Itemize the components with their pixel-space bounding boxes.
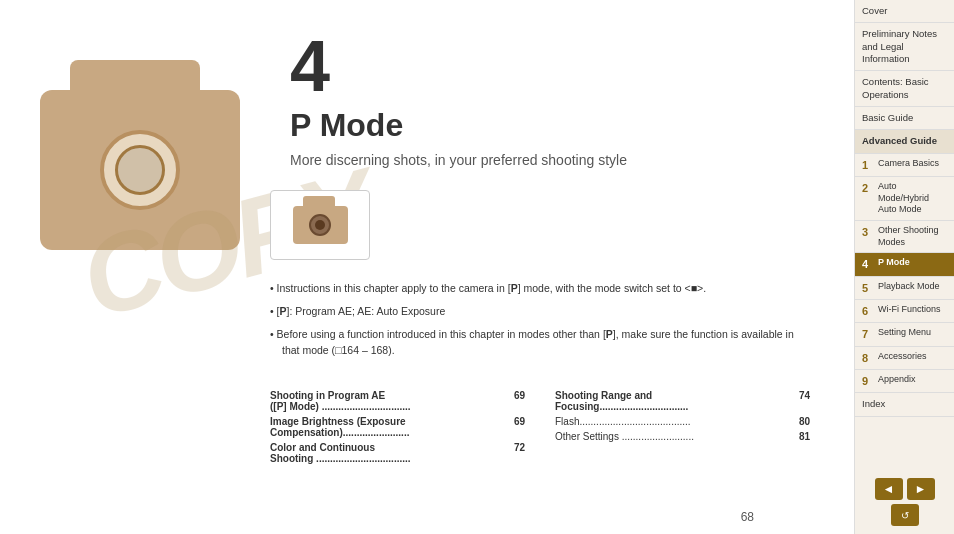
bullet-2: [P]: Program AE; AE: Auto Exposure — [270, 303, 810, 320]
page-number: 68 — [741, 510, 754, 524]
sidebar-item-auto-mode[interactable]: 2 Auto Mode/Hybrid Auto Mode — [855, 177, 954, 221]
sidebar-item-p-mode[interactable]: 4 P Mode — [855, 253, 954, 276]
prev-button[interactable]: ◄ — [875, 478, 903, 500]
chapter-title: P Mode — [290, 107, 824, 144]
toc-title-1: Shooting in Program AE([P] Mode) .......… — [270, 390, 510, 412]
arrow-row: ◄ ► — [875, 478, 935, 500]
nav-arrows: ◄ ► ↺ — [855, 470, 954, 534]
toc-entry-2[interactable]: Image Brightness (ExposureCompensation).… — [270, 416, 525, 438]
toc-title-3: Color and ContinuousShooting ...........… — [270, 442, 510, 464]
toc-page-3: 72 — [514, 442, 525, 464]
camera-lens-inner — [115, 145, 165, 195]
bullet-1: Instructions in this chapter apply to th… — [270, 280, 810, 297]
toc-entry-3[interactable]: Color and ContinuousShooting ...........… — [270, 442, 525, 464]
toc-page-6: 81 — [799, 431, 810, 442]
toc-title-4: Shooting Range andFocusing..............… — [555, 390, 795, 412]
cam-small-lens — [309, 214, 331, 236]
sidebar: Cover Preliminary Notes and Legal Inform… — [854, 0, 954, 534]
sidebar-item-accessories[interactable]: 8 Accessories — [855, 347, 954, 370]
toc-page-1: 69 — [514, 390, 525, 412]
bullet-section: Instructions in this chapter apply to th… — [270, 280, 810, 365]
camera-icon-small — [270, 190, 370, 260]
sidebar-item-index[interactable]: Index — [855, 393, 954, 416]
sidebar-item-contents-basic[interactable]: Contents: Basic Operations — [855, 71, 954, 107]
sidebar-item-advanced-guide[interactable]: Advanced Guide — [855, 130, 954, 153]
sidebar-item-wi-fi[interactable]: 6 Wi-Fi Functions — [855, 300, 954, 323]
camera-illustration — [30, 60, 250, 280]
sidebar-item-cover[interactable]: Cover — [855, 0, 954, 23]
toc-entry-4[interactable]: Shooting Range andFocusing..............… — [555, 390, 810, 412]
toc-page-5: 80 — [799, 416, 810, 427]
toc-right: Shooting Range andFocusing..............… — [555, 390, 810, 464]
toc-left: Shooting in Program AE([P] Mode) .......… — [270, 390, 525, 464]
sidebar-item-setting-menu[interactable]: 7 Setting Menu — [855, 323, 954, 346]
toc-section: Shooting in Program AE([P] Mode) .......… — [270, 390, 810, 464]
sidebar-item-playback-mode[interactable]: 5 Playback Mode — [855, 277, 954, 300]
camera-body — [40, 90, 240, 250]
sidebar-item-appendix[interactable]: 9 Appendix — [855, 370, 954, 393]
next-button[interactable]: ► — [907, 478, 935, 500]
toc-entry-6[interactable]: Other Settings .........................… — [555, 431, 810, 442]
toc-entry-5[interactable]: Flash...................................… — [555, 416, 810, 427]
sidebar-item-basic-guide[interactable]: Basic Guide — [855, 107, 954, 130]
camera-lens — [100, 130, 180, 210]
toc-title-6: Other Settings .........................… — [555, 431, 795, 442]
toc-page-2: 69 — [514, 416, 525, 438]
toc-title-2: Image Brightness (ExposureCompensation).… — [270, 416, 510, 438]
toc-entry-1[interactable]: Shooting in Program AE([P] Mode) .......… — [270, 390, 525, 412]
sidebar-item-preliminary[interactable]: Preliminary Notes and Legal Information — [855, 23, 954, 71]
sidebar-item-camera-basics[interactable]: 1 Camera Basics — [855, 154, 954, 177]
cam-small-body — [293, 206, 348, 244]
chapter-number: 4 — [290, 30, 824, 102]
chapter-subtitle: More discerning shots, in your preferred… — [290, 152, 824, 168]
cam-small-top — [303, 196, 335, 206]
cam-small-lens-inner — [315, 220, 325, 230]
main-content: COPY 4 P Mode More discerning shots, in … — [0, 0, 854, 534]
toc-title-5: Flash...................................… — [555, 416, 795, 427]
toc-page-4: 74 — [799, 390, 810, 412]
home-button[interactable]: ↺ — [891, 504, 919, 526]
bullet-3: Before using a function introduced in th… — [270, 326, 810, 360]
sidebar-item-other-shooting[interactable]: 3 Other Shooting Modes — [855, 221, 954, 253]
